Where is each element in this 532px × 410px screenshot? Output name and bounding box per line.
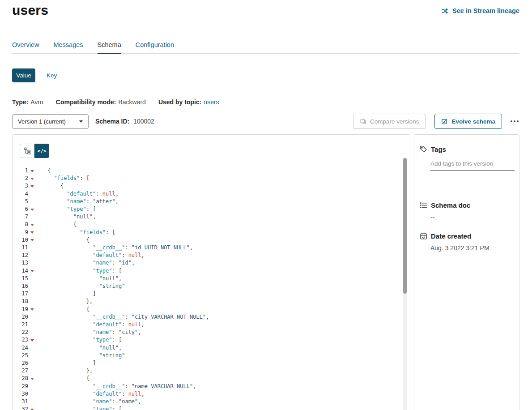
line-number: 26 [13, 359, 28, 367]
tab-schema[interactable]: Schema [98, 38, 121, 53]
date-created-section-header: Date created [420, 232, 514, 240]
topic-link[interactable]: users [204, 98, 219, 106]
line-number: 3 [13, 182, 28, 190]
code-line: 7 "null", [13, 213, 410, 221]
editor-view-toggle: </> [20, 144, 49, 158]
line-number: 23 [13, 336, 28, 344]
fold-spacer [28, 383, 36, 390]
code-text: "default": null, [36, 390, 145, 398]
code-line: 23 "type": [ [13, 336, 410, 344]
line-number: 14 [13, 267, 28, 275]
line-number: 9 [13, 229, 28, 236]
tags-title: Tags [431, 145, 446, 153]
code-line: 6 "type": [ [13, 205, 410, 213]
line-number: 8 [13, 221, 28, 228]
code-text: { [36, 182, 64, 190]
fold-spacer [28, 282, 36, 290]
stream-lineage-link[interactable]: See in Stream lineage [441, 7, 519, 14]
line-number: 7 [13, 213, 28, 221]
fold-toggle-icon[interactable] [28, 236, 36, 244]
section-divider [421, 181, 511, 181]
schema-doc-title: Schema doc [431, 201, 470, 209]
vertical-scrollbar[interactable] [403, 158, 407, 410]
evolve-schema-button[interactable]: Evolve schema [434, 114, 502, 129]
line-number: 20 [13, 313, 28, 321]
line-number: 24 [13, 344, 28, 352]
page-title: users [12, 3, 48, 18]
fold-spacer [28, 259, 36, 267]
code-text: { [36, 221, 77, 228]
fold-toggle-icon[interactable] [28, 221, 36, 228]
more-options-button[interactable] [510, 118, 519, 125]
code-line: 10 { [13, 236, 410, 244]
code-text: "default": null, [36, 190, 119, 198]
key-toggle-button[interactable]: Key [47, 72, 57, 79]
tab-overview[interactable]: Overview [12, 38, 39, 53]
tree-view-button[interactable] [20, 144, 34, 158]
compare-versions-label: Compare versions [370, 118, 419, 125]
code-text: "name": "after", [36, 198, 119, 205]
line-number: 13 [13, 259, 28, 267]
code-line: 17 ] [13, 290, 410, 298]
fold-spacer [28, 359, 36, 367]
tab-messages[interactable]: Messages [53, 38, 83, 53]
code-text: "name": "city", [36, 329, 141, 336]
code-line: 20 "__crdb__": "city VARCHAR NOT NULL", [13, 313, 410, 321]
tags-section-header: Tags [420, 145, 514, 153]
code-editor[interactable]: 1{2 "fields": [3 {4 "default": null,5 "n… [13, 167, 410, 410]
ellipsis-icon [511, 120, 512, 122]
fold-toggle-icon[interactable] [28, 375, 36, 382]
fold-spacer [28, 321, 36, 329]
code-text: "name": "id", [36, 259, 135, 267]
ellipsis-icon [514, 120, 515, 122]
code-line: 13 "name": "id", [13, 259, 410, 267]
type-label: Type: [12, 98, 28, 106]
code-line: 14 "type": [ [13, 267, 410, 275]
code-line: 16 "string" [13, 282, 410, 290]
code-text: { [36, 306, 89, 313]
code-line: 29 "__crdb__": "name VARCHAR NULL", [13, 383, 410, 390]
fold-spacer [28, 390, 36, 398]
fold-spacer [28, 344, 36, 352]
fold-toggle-icon[interactable] [28, 306, 36, 313]
code-text: "fields": [ [36, 229, 115, 236]
fold-toggle-icon[interactable] [28, 406, 36, 410]
fold-toggle-icon[interactable] [28, 336, 36, 344]
line-number: 17 [13, 290, 28, 298]
code-view-button[interactable]: </> [34, 144, 49, 158]
fold-toggle-icon[interactable] [28, 267, 36, 275]
version-select[interactable]: Version 1 (current) [12, 114, 89, 129]
fold-toggle-icon[interactable] [28, 182, 36, 190]
tab-configuration[interactable]: Configuration [136, 38, 174, 53]
fold-spacer [28, 313, 36, 321]
code-line: 2 "fields": [ [13, 175, 410, 182]
ellipsis-icon [517, 120, 519, 122]
fold-toggle-icon[interactable] [28, 229, 36, 236]
line-number: 16 [13, 282, 28, 290]
line-number: 25 [13, 352, 28, 359]
line-number: 1 [13, 167, 28, 175]
code-text: "name": "name", [36, 398, 141, 406]
fold-spacer [28, 244, 36, 252]
code-line: 1{ [13, 167, 410, 175]
code-line: 31 "name": "name", [13, 398, 410, 406]
schema-editor-panel: </> 1{2 "fields": [3 {4 "default": null,… [12, 134, 410, 410]
fold-spacer [28, 398, 36, 406]
fold-toggle-icon[interactable] [28, 167, 36, 175]
code-text: "string" [36, 282, 125, 290]
code-line: 19 { [13, 306, 410, 313]
line-number: 22 [13, 329, 28, 336]
version-select-value: Version 1 (current) [18, 118, 66, 125]
fold-toggle-icon[interactable] [28, 205, 36, 213]
value-toggle-button[interactable]: Value [12, 68, 35, 82]
used-by-topic-label: Used by topic: [158, 98, 201, 106]
compare-versions-button[interactable]: Compare versions [353, 114, 426, 129]
code-text: "default": null, [36, 321, 145, 329]
fold-toggle-icon[interactable] [28, 175, 36, 182]
add-tags-input[interactable] [430, 159, 515, 171]
tab-label: Configuration [136, 41, 174, 48]
fold-spacer [28, 275, 36, 282]
fold-spacer [28, 298, 36, 305]
schema-id: Schema ID: 100002 [95, 118, 154, 125]
scrollbar-thumb[interactable] [403, 158, 407, 294]
